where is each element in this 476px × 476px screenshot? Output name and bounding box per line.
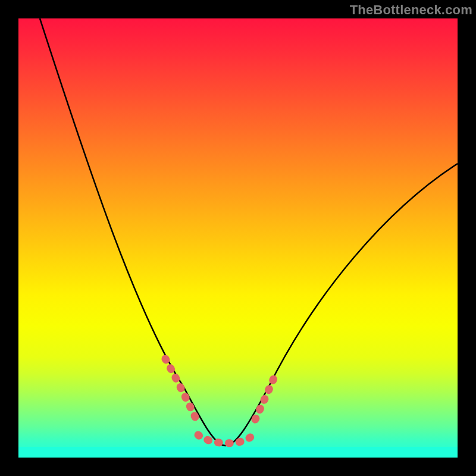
watermark: TheBottleneck.com (350, 2, 472, 18)
bottleneck-curve (40, 18, 458, 446)
highlight-bottom (198, 435, 252, 443)
chart-frame: TheBottleneck.com (0, 0, 476, 476)
highlight-left (165, 359, 196, 418)
highlight-right (255, 374, 275, 419)
chart-svg (18, 18, 458, 458)
